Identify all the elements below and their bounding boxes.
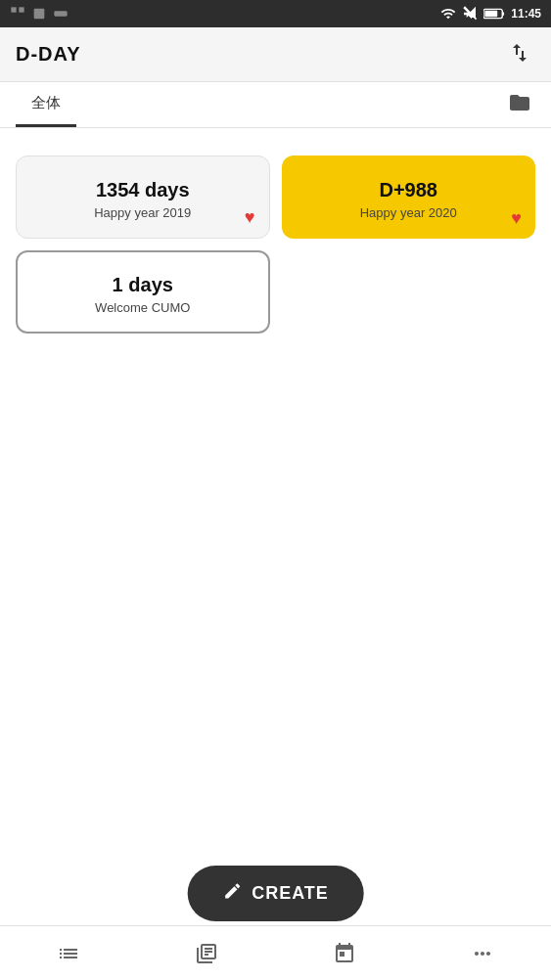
card-1-heart[interactable]: ♥ (245, 207, 255, 228)
card-happy-2019[interactable]: 1354 days Happy year 2019 ♥ (16, 156, 270, 239)
card-3-label: Welcome CUMO (95, 300, 190, 315)
svg-rect-0 (11, 7, 16, 12)
svg-rect-6 (485, 11, 498, 17)
svg-rect-2 (34, 9, 45, 20)
svg-rect-3 (54, 11, 67, 16)
app-icon-3 (53, 6, 69, 22)
cards-grid: 1354 days Happy year 2019 ♥ D+988 Happy … (16, 156, 535, 239)
status-bar-right: 11:45 (440, 6, 541, 22)
card-3-days: 1 days (113, 274, 173, 296)
app-bar: D-DAY (0, 27, 551, 82)
card-welcome-cumo[interactable]: 1 days Welcome CUMO (16, 250, 270, 334)
bottom-nav-list1[interactable] (44, 929, 93, 978)
bottom-nav-calendar[interactable] (320, 929, 369, 978)
cards-row2: 1 days Welcome CUMO (16, 250, 535, 334)
sort-icon (508, 41, 531, 65)
card-1-label: Happy year 2019 (94, 205, 191, 220)
bottom-nav (0, 925, 551, 980)
svg-rect-5 (503, 12, 505, 16)
list-icon-1 (57, 942, 80, 965)
bottom-nav-list2[interactable] (182, 929, 231, 978)
bottom-nav-more[interactable] (458, 929, 507, 978)
empty-cell (282, 250, 536, 334)
pencil-icon (222, 881, 242, 906)
status-time: 11:45 (511, 7, 541, 21)
card-1-days: 1354 days (96, 179, 190, 201)
app-icon-1 (10, 6, 25, 22)
card-2-label: Happy year 2020 (360, 205, 457, 220)
create-label: CREATE (252, 883, 329, 904)
folder-icon (508, 91, 531, 114)
wifi-icon (440, 6, 456, 22)
signal-icon (462, 6, 478, 22)
svg-rect-1 (19, 7, 23, 12)
status-bar: 11:45 (0, 0, 551, 27)
list-icon-2 (195, 942, 218, 965)
calendar-icon (333, 942, 356, 965)
battery-icon (483, 6, 505, 22)
tab-all[interactable]: 全体 (16, 82, 76, 127)
card-2-days: D+988 (380, 179, 438, 201)
pencil-svg (222, 881, 242, 901)
app-icon-2 (31, 6, 47, 22)
app-title: D-DAY (16, 43, 81, 66)
create-button[interactable]: CREATE (187, 866, 364, 921)
main-content: 1354 days Happy year 2019 ♥ D+988 Happy … (0, 128, 551, 349)
folder-icon-button[interactable] (504, 87, 535, 122)
more-icon (471, 942, 494, 965)
card-happy-2020[interactable]: D+988 Happy year 2020 ♥ (282, 156, 536, 239)
tabs-bar: 全体 (0, 82, 551, 128)
sort-icon-button[interactable] (504, 37, 535, 72)
create-button-container: CREATE (187, 866, 364, 921)
status-bar-left (10, 6, 69, 22)
card-2-heart[interactable]: ♥ (511, 208, 522, 229)
